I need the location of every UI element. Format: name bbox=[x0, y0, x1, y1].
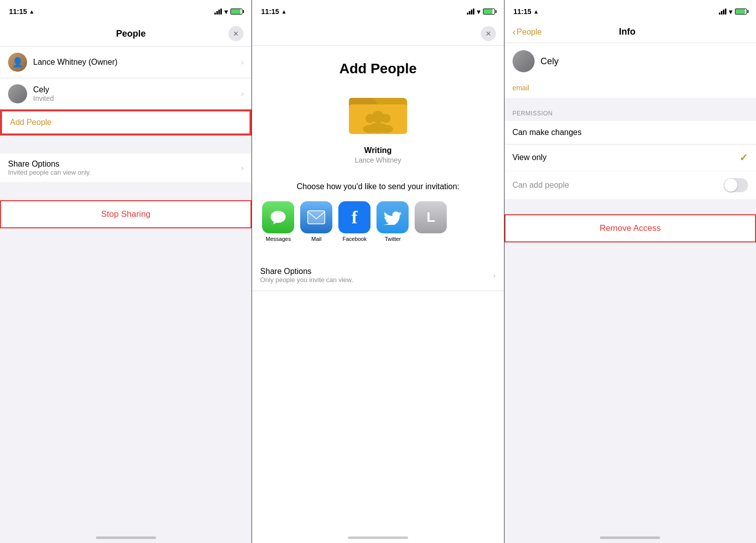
home-indicator-2 bbox=[252, 533, 503, 543]
facebook-label: Facebook bbox=[342, 236, 366, 242]
cely-sub: Invited bbox=[33, 94, 241, 102]
info-content: Cely email PERMISSION Can make changes V… bbox=[505, 43, 756, 533]
home-bar-2 bbox=[348, 536, 408, 539]
chevron-share-options-2: › bbox=[493, 271, 495, 280]
toggle-knob bbox=[724, 179, 737, 192]
people-list: 👤 Lance Whitney (Owner) › Cely Invited › bbox=[0, 47, 251, 109]
chevron-cely: › bbox=[241, 89, 243, 98]
app-twitter[interactable]: Twitter bbox=[376, 201, 409, 242]
info-email[interactable]: email bbox=[505, 80, 756, 98]
time-2: 11:15 bbox=[261, 8, 279, 16]
avatar-face-owner: 👤 bbox=[8, 53, 27, 72]
messages-label: Messages bbox=[266, 236, 291, 242]
more-letter: L bbox=[427, 209, 435, 225]
twitter-label: Twitter bbox=[385, 236, 401, 242]
stop-sharing-button[interactable]: Stop Sharing bbox=[1, 201, 250, 227]
share-options-sub: Invited people can view only. bbox=[8, 169, 241, 176]
more-icon: L bbox=[415, 201, 447, 233]
permission-can-make-changes[interactable]: Can make changes bbox=[505, 121, 756, 145]
add-people-header: Add People bbox=[252, 46, 503, 174]
share-options-sub-2: Only people you invite can view. bbox=[260, 276, 493, 284]
nav-title-3: Info bbox=[542, 27, 713, 37]
svg-point-6 bbox=[363, 125, 377, 133]
status-bar-1: 11:15 ▲ ▾ bbox=[0, 0, 251, 22]
info-avatar bbox=[513, 50, 535, 72]
list-item-cely[interactable]: Cely Invited › bbox=[0, 78, 251, 109]
permission-label: PERMISSION bbox=[505, 110, 756, 121]
remove-access-button[interactable]: Remove Access bbox=[506, 215, 755, 241]
invite-text: Choose how you'd like to send your invit… bbox=[252, 174, 503, 196]
section-gap-1 bbox=[0, 135, 251, 154]
share-options-title: Share Options bbox=[8, 160, 241, 169]
content-1: 👤 Lance Whitney (Owner) › Cely Invited ›… bbox=[0, 47, 251, 533]
folder-label: Writing bbox=[364, 146, 392, 155]
time-location-2: 11:15 ▲ bbox=[261, 8, 287, 16]
nav-bar-3: ‹ People Info bbox=[505, 22, 756, 43]
info-name: Cely bbox=[541, 56, 559, 67]
phone-screen-1: 11:15 ▲ ▾ People ✕ 👤 Lance Wh bbox=[0, 0, 252, 543]
status-icons-1: ▾ bbox=[214, 8, 242, 16]
chevron-owner: › bbox=[241, 58, 243, 67]
messages-icon bbox=[262, 201, 294, 233]
can-add-text: Can add people bbox=[513, 181, 724, 190]
add-people-title: Add People bbox=[339, 61, 417, 77]
person-section: Cely email bbox=[505, 43, 756, 98]
svg-point-3 bbox=[365, 114, 374, 123]
permission-view-only[interactable]: View only ✓ bbox=[505, 145, 756, 171]
perm-text-2: View only bbox=[513, 153, 739, 162]
battery-icon-2 bbox=[483, 9, 495, 15]
add-people-highlight: Add People bbox=[0, 109, 251, 135]
home-bar-1 bbox=[96, 536, 156, 539]
nav-title-1: People bbox=[33, 29, 228, 39]
app-messages[interactable]: Messages bbox=[262, 201, 294, 242]
owner-text: Lance Whitney (Owner) bbox=[33, 58, 241, 67]
signal-icon-2 bbox=[467, 9, 474, 15]
svg-point-8 bbox=[271, 211, 286, 223]
svg-point-7 bbox=[379, 125, 393, 133]
remove-access-section: Remove Access bbox=[505, 214, 756, 242]
list-item-owner[interactable]: 👤 Lance Whitney (Owner) › bbox=[0, 47, 251, 78]
home-indicator-1 bbox=[0, 533, 251, 543]
svg-rect-10 bbox=[308, 211, 325, 224]
facebook-icon: f bbox=[338, 201, 370, 233]
time-location-3: 11:15 ▲ bbox=[514, 8, 539, 16]
back-button-3[interactable]: ‹ People bbox=[513, 26, 542, 38]
location-icon-1: ▲ bbox=[29, 9, 35, 15]
phone-screen-2: 11:15 ▲ ▾ ✕ Add People bbox=[252, 0, 504, 543]
close-button-2[interactable]: ✕ bbox=[481, 26, 496, 41]
battery-icon-1 bbox=[230, 9, 242, 15]
owner-name: Lance Whitney (Owner) bbox=[33, 58, 241, 67]
share-options-text-2: Share Options Only people you invite can… bbox=[260, 267, 493, 284]
app-icons-row: Messages Mail f Facebook bbox=[252, 196, 503, 250]
app-mail[interactable]: Mail bbox=[300, 201, 332, 242]
battery-icon-3 bbox=[735, 9, 747, 15]
location-icon-2: ▲ bbox=[281, 9, 287, 15]
signal-icon-1 bbox=[214, 9, 222, 15]
app-more[interactable]: L bbox=[415, 201, 447, 242]
close-button-1[interactable]: ✕ bbox=[228, 26, 243, 41]
permission-list: Can make changes View only ✓ bbox=[505, 121, 756, 171]
info-person: Cely bbox=[505, 43, 756, 79]
wifi-icon-2: ▾ bbox=[477, 8, 480, 16]
mail-label: Mail bbox=[311, 236, 321, 242]
app-facebook[interactable]: f Facebook bbox=[338, 201, 370, 242]
wifi-icon-1: ▾ bbox=[224, 8, 228, 16]
mail-icon bbox=[300, 201, 332, 233]
location-icon-3: ▲ bbox=[533, 9, 539, 15]
time-location-1: 11:15 ▲ bbox=[9, 8, 35, 16]
share-options-row2[interactable]: Share Options Only people you invite can… bbox=[252, 260, 503, 291]
screen2-content: Add People bbox=[252, 46, 503, 533]
folder-svg bbox=[348, 87, 408, 137]
share-options-item[interactable]: Share Options Invited people can view on… bbox=[0, 154, 251, 182]
status-bar-2: 11:15 ▲ ▾ bbox=[252, 0, 503, 22]
can-add-toggle[interactable] bbox=[724, 178, 748, 192]
signal-icon-3 bbox=[719, 9, 726, 15]
can-add-section: Can add people bbox=[505, 171, 756, 199]
add-people-button[interactable]: Add People bbox=[1, 110, 250, 134]
wifi-icon-3: ▾ bbox=[729, 8, 732, 16]
share-options-title-2: Share Options bbox=[260, 267, 493, 276]
stop-sharing-section: Stop Sharing bbox=[0, 200, 251, 228]
avatar-cely bbox=[8, 84, 27, 103]
back-label: People bbox=[517, 28, 542, 37]
folder-icon bbox=[348, 87, 408, 139]
